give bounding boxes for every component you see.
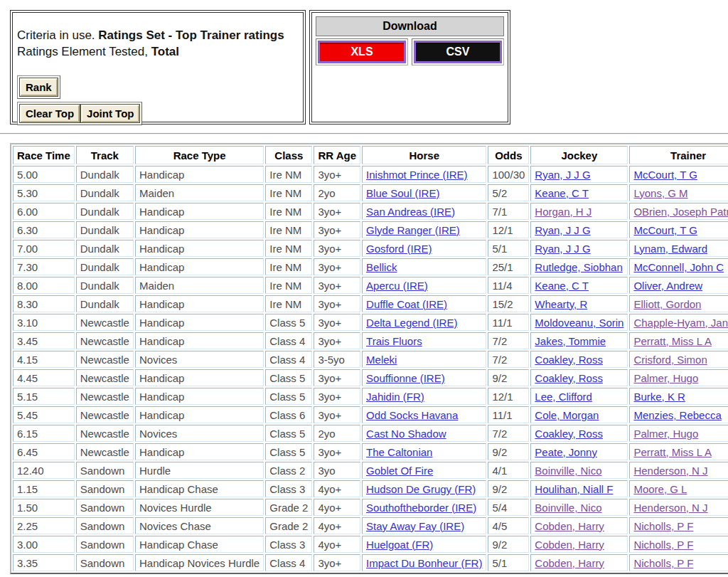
jockey-link[interactable]: Keane, C T xyxy=(535,187,589,199)
trainer-link[interactable]: Crisford, Simon xyxy=(633,354,707,366)
horse-link[interactable]: Hudson De Grugy (FR) xyxy=(366,483,476,495)
trainer-link[interactable]: Chapple-Hyam, Jane xyxy=(633,317,728,329)
jockey-link[interactable]: Horgan, H J xyxy=(535,206,592,218)
jockey-link[interactable]: Cobden, Harry xyxy=(535,520,604,532)
rank-button[interactable]: Rank xyxy=(20,78,58,96)
horse-link[interactable]: Impact Du Bonheur (FR) xyxy=(366,557,482,569)
trainer-link[interactable]: McCourt, T G xyxy=(633,169,697,181)
track-cell: Newcastle xyxy=(76,369,134,386)
rank-button-box: Rank xyxy=(17,75,60,99)
trainer-link[interactable]: Lyons, G M xyxy=(633,187,687,199)
jockey-link[interactable]: Coakley, Ross xyxy=(535,428,603,440)
trainer-link[interactable]: Oliver, Andrew xyxy=(633,280,702,292)
jockey-link[interactable]: Ryan, J J G xyxy=(535,169,590,181)
joint-top-button[interactable]: Joint Top xyxy=(81,105,139,122)
horse-link[interactable]: Delta Legend (IRE) xyxy=(366,317,457,329)
jockey-link[interactable]: Ryan, J J G xyxy=(535,224,590,236)
trainer-link[interactable]: Nicholls, P F xyxy=(633,520,693,532)
jockey-link[interactable]: Rutledge, Siobhan xyxy=(535,261,622,273)
trainer-link[interactable]: OBrien, Joseph Patrick xyxy=(633,206,728,218)
trainer-link[interactable]: Lynam, Edward xyxy=(633,243,707,255)
rr-age-cell: 3yo+ xyxy=(314,277,360,294)
horse-link[interactable]: Huelgoat (FR) xyxy=(366,539,433,551)
race-time-cell: 7.00 xyxy=(13,240,75,257)
table-row: 3.00SandownHandicap ChaseClass 34yo+Huel… xyxy=(13,536,728,553)
class-cell: Ire NM xyxy=(265,221,312,238)
jockey-link[interactable]: Cobden, Harry xyxy=(535,539,604,551)
jockey-link[interactable]: Ryan, J J G xyxy=(535,243,590,255)
trainer-link[interactable]: Henderson, N J xyxy=(633,502,707,514)
horse-link[interactable]: Apercu (IRE) xyxy=(366,280,428,292)
jockey-link[interactable]: Whearty, R xyxy=(535,298,587,310)
horse-link[interactable]: Duffle Coat (IRE) xyxy=(366,298,447,310)
csv-download-button[interactable]: CSV xyxy=(414,41,502,63)
horse-link[interactable]: Inishmot Prince (IRE) xyxy=(366,169,468,181)
odds-cell: 9/2 xyxy=(488,480,529,497)
column-header: Race Type xyxy=(135,146,264,164)
trainer-link[interactable]: Menzies, Rebecca xyxy=(633,409,721,421)
xls-download-button[interactable]: XLS xyxy=(318,41,406,63)
race-type-cell: Handicap xyxy=(135,240,264,257)
horse-link[interactable]: San Andreas (IRE) xyxy=(366,206,455,218)
clear-top-button[interactable]: Clear Top xyxy=(20,105,80,122)
jockey-cell: Cobden, Harry xyxy=(530,554,628,571)
horse-link[interactable]: Stay Away Fay (IRE) xyxy=(366,520,464,532)
horse-cell: Southoftheborder (IRE) xyxy=(362,499,486,516)
jockey-link[interactable]: Coakley, Ross xyxy=(535,372,603,384)
trainer-link[interactable]: Palmer, Hugo xyxy=(633,372,698,384)
track-cell: Sandown xyxy=(76,499,134,516)
jockey-link[interactable]: Jakes, Tommie xyxy=(535,335,606,347)
table-row: 6.15NewcastleNovicesClass 52yoCast No Sh… xyxy=(13,425,728,442)
horse-cell: Glyde Ranger (IRE) xyxy=(362,221,486,238)
odds-cell: 7/2 xyxy=(488,425,529,442)
trainer-link[interactable]: McConnell, John C xyxy=(633,261,724,273)
horse-link[interactable]: Gosford (IRE) xyxy=(366,243,432,255)
jockey-link[interactable]: Lee, Clifford xyxy=(535,391,592,403)
jockey-link[interactable]: Cole, Morgan xyxy=(535,409,599,421)
trainer-link[interactable]: Perratt, Miss L A xyxy=(633,446,711,458)
horse-link[interactable]: Bellick xyxy=(366,261,397,273)
horse-link[interactable]: Trais Fluors xyxy=(366,335,422,347)
odds-cell: 11/1 xyxy=(488,406,529,423)
horse-link[interactable]: Southoftheborder (IRE) xyxy=(366,502,476,514)
jockey-link[interactable]: Keane, C T xyxy=(535,280,589,292)
horse-cell: The Caltonian xyxy=(362,443,486,460)
horse-link[interactable]: Jahidin (FR) xyxy=(366,391,424,403)
trainer-link[interactable]: Nicholls, P F xyxy=(633,539,693,551)
trainer-cell: Henderson, N J xyxy=(629,462,728,479)
jockey-link[interactable]: Boinville, Nico xyxy=(535,465,601,477)
jockey-cell: Coakley, Ross xyxy=(530,351,628,368)
horse-cell: Delta Legend (IRE) xyxy=(362,314,486,331)
horse-link[interactable]: Goblet Of Fire xyxy=(366,465,433,477)
trainer-link[interactable]: Elliott, Gordon xyxy=(633,298,701,310)
jockey-link[interactable]: Boinville, Nico xyxy=(535,502,601,514)
odds-cell: 5/2 xyxy=(488,184,529,201)
table-row: 5.15NewcastleHandicapClass 53yo+Jahidin … xyxy=(13,388,728,405)
trainer-link[interactable]: Perratt, Miss L A xyxy=(633,335,711,347)
trainer-link[interactable]: Nicholls, P F xyxy=(633,557,693,569)
rr-age-cell: 4yo+ xyxy=(314,536,360,553)
odds-cell: 4/5 xyxy=(488,517,529,534)
horse-link[interactable]: Meleki xyxy=(366,354,397,366)
horse-link[interactable]: The Caltonian xyxy=(366,446,432,458)
horse-link[interactable]: Glyde Ranger (IRE) xyxy=(366,224,460,236)
horse-link[interactable]: Souffionne (IRE) xyxy=(366,372,445,384)
class-cell: Ire NM xyxy=(265,240,312,257)
race-type-cell: Handicap xyxy=(135,221,264,238)
horse-link[interactable]: Blue Soul (IRE) xyxy=(366,187,439,199)
jockey-cell: Boinville, Nico xyxy=(530,462,628,479)
rr-age-cell: 3yo+ xyxy=(314,369,360,386)
trainer-link[interactable]: Burke, K R xyxy=(633,391,685,403)
jockey-link[interactable]: Cobden, Harry xyxy=(535,557,604,569)
trainer-link[interactable]: Henderson, N J xyxy=(633,465,707,477)
jockey-link[interactable]: Moldoveanu, Sorin xyxy=(535,317,623,329)
horse-link[interactable]: Cast No Shadow xyxy=(366,428,446,440)
trainer-link[interactable]: McCourt, T G xyxy=(633,224,697,236)
jockey-link[interactable]: Houlihan, Niall F xyxy=(535,483,613,495)
race-type-cell: Handicap Novices Hurdle xyxy=(135,554,264,571)
trainer-link[interactable]: Palmer, Hugo xyxy=(633,428,698,440)
jockey-link[interactable]: Coakley, Ross xyxy=(535,354,603,366)
horse-link[interactable]: Odd Socks Havana xyxy=(366,409,458,421)
jockey-link[interactable]: Peate, Jonny xyxy=(535,446,597,458)
trainer-link[interactable]: Moore, G L xyxy=(633,483,687,495)
